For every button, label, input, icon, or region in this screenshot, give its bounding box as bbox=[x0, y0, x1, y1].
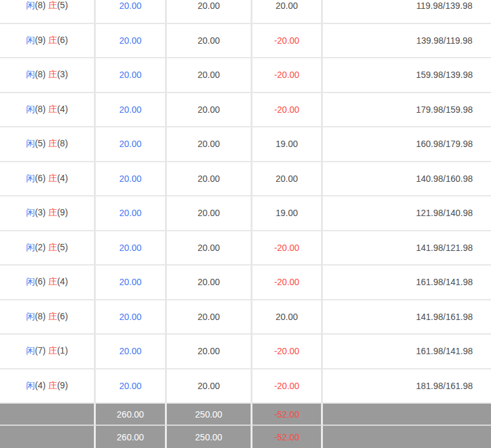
table-row: 闲(8) 庄(3) 20.00 20.00 -20.00 159.98/139.… bbox=[0, 58, 491, 93]
player-label: 闲 bbox=[26, 380, 35, 390]
cell-win-loss: -20.00 bbox=[252, 266, 323, 300]
bet-amount-link[interactable]: 20.00 bbox=[119, 174, 141, 184]
player-points: (8) bbox=[35, 69, 46, 79]
bet-amount-link[interactable]: 20.00 bbox=[119, 208, 141, 218]
cell-balance: 139.98/119.98 bbox=[323, 24, 491, 59]
table-row: 闲(8) 庄(6) 20.00 20.00 20.00 141.98/161.9… bbox=[0, 300, 491, 335]
bet-amount-link[interactable]: 20.00 bbox=[119, 70, 141, 80]
cell-balance: 179.98/159.98 bbox=[323, 93, 491, 128]
banker-points: (6) bbox=[57, 35, 68, 45]
banker-points: (3) bbox=[57, 69, 68, 79]
player-label: 闲 bbox=[26, 138, 35, 148]
total-row: 260.00 250.00 -52.00 bbox=[0, 404, 491, 426]
cell-valid-amount: 20.00 bbox=[167, 24, 252, 59]
cell-game-result: 闲(5) 庄(8) bbox=[0, 127, 96, 162]
player-label: 闲 bbox=[26, 345, 35, 355]
cell-balance: 159.98/139.98 bbox=[323, 58, 491, 93]
cell-win-loss: -20.00 bbox=[252, 369, 323, 404]
cell-balance: 161.98/141.98 bbox=[323, 335, 491, 369]
cell-win-loss: 19.00 bbox=[252, 196, 323, 231]
banker-points: (6) bbox=[57, 311, 68, 321]
cell-win-loss: 19.00 bbox=[252, 127, 323, 162]
cell-win-loss: -20.00 bbox=[252, 58, 323, 93]
total-cell-bet: 260.00 bbox=[96, 426, 167, 448]
cell-game-result: 闲(8) 庄(6) bbox=[0, 300, 96, 335]
banker-label: 庄 bbox=[48, 138, 57, 148]
player-label: 闲 bbox=[26, 276, 35, 286]
cell-valid-amount: 20.00 bbox=[167, 300, 252, 335]
cell-valid-amount: 20.00 bbox=[167, 93, 252, 128]
cell-win-loss: -20.00 bbox=[252, 231, 323, 266]
total-row: 260.00 250.00 -52.00 bbox=[0, 426, 491, 448]
banker-label: 庄 bbox=[48, 35, 57, 45]
player-points: (8) bbox=[35, 104, 46, 114]
cell-bet-amount: 20.00 bbox=[96, 266, 167, 300]
cell-win-loss: -20.00 bbox=[252, 335, 323, 369]
banker-label: 庄 bbox=[48, 380, 57, 390]
player-label: 闲 bbox=[26, 242, 35, 252]
cell-bet-amount: 20.00 bbox=[96, 369, 167, 404]
cell-balance: 141.98/121.98 bbox=[323, 231, 491, 266]
banker-label: 庄 bbox=[48, 173, 57, 183]
cell-valid-amount: 20.00 bbox=[167, 127, 252, 162]
table-row: 闲(3) 庄(9) 20.00 20.00 19.00 121.98/140.9… bbox=[0, 196, 491, 231]
table-row: 闲(8) 庄(5) 20.00 20.00 20.00 119.98/139.9… bbox=[0, 0, 491, 24]
cell-balance: 140.98/160.98 bbox=[323, 162, 491, 197]
table-row: 闲(9) 庄(6) 20.00 20.00 -20.00 139.98/119.… bbox=[0, 24, 491, 59]
cell-valid-amount: 20.00 bbox=[167, 266, 252, 300]
bet-amount-link[interactable]: 20.00 bbox=[119, 1, 141, 11]
cell-bet-amount: 20.00 bbox=[96, 24, 167, 59]
banker-label: 庄 bbox=[48, 311, 57, 321]
cell-bet-amount: 20.00 bbox=[96, 196, 167, 231]
player-label: 闲 bbox=[26, 0, 35, 10]
total-cell-win-loss: -52.00 bbox=[252, 426, 323, 448]
cell-game-result: 闲(8) 庄(4) bbox=[0, 93, 96, 128]
banker-points: (4) bbox=[57, 276, 68, 286]
bet-amount-link[interactable]: 20.00 bbox=[119, 381, 141, 391]
cell-valid-amount: 20.00 bbox=[167, 335, 252, 369]
bet-amount-link[interactable]: 20.00 bbox=[119, 277, 141, 287]
banker-points: (4) bbox=[57, 104, 68, 114]
player-label: 闲 bbox=[26, 69, 35, 79]
cell-game-result: 闲(8) 庄(3) bbox=[0, 58, 96, 93]
player-label: 闲 bbox=[26, 173, 35, 183]
bet-amount-link[interactable]: 20.00 bbox=[119, 139, 141, 149]
table-row: 闲(2) 庄(5) 20.00 20.00 -20.00 141.98/121.… bbox=[0, 231, 491, 266]
cell-bet-amount: 20.00 bbox=[96, 58, 167, 93]
bet-amount-link[interactable]: 20.00 bbox=[119, 346, 141, 356]
bet-amount-link[interactable]: 20.00 bbox=[119, 312, 141, 322]
banker-label: 庄 bbox=[48, 0, 57, 10]
total-cell-empty bbox=[0, 426, 96, 448]
cell-bet-amount: 20.00 bbox=[96, 231, 167, 266]
cell-bet-amount: 20.00 bbox=[96, 162, 167, 197]
bet-amount-link[interactable]: 20.00 bbox=[119, 105, 141, 115]
cell-valid-amount: 20.00 bbox=[167, 58, 252, 93]
total-cell-win-loss: -52.00 bbox=[252, 404, 323, 426]
player-points: (6) bbox=[35, 173, 46, 183]
cell-game-result: 闲(7) 庄(1) bbox=[0, 335, 96, 369]
cell-balance: 160.98/179.98 bbox=[323, 127, 491, 162]
cell-valid-amount: 20.00 bbox=[167, 196, 252, 231]
player-label: 闲 bbox=[26, 104, 35, 114]
cell-game-result: 闲(3) 庄(9) bbox=[0, 196, 96, 231]
table-row: 闲(6) 庄(4) 20.00 20.00 -20.00 161.98/141.… bbox=[0, 266, 491, 300]
player-points: (6) bbox=[35, 276, 46, 286]
total-cell-valid: 250.00 bbox=[167, 404, 252, 426]
player-points: (5) bbox=[35, 138, 46, 148]
banker-points: (1) bbox=[57, 345, 68, 355]
cell-bet-amount: 20.00 bbox=[96, 127, 167, 162]
cell-valid-amount: 20.00 bbox=[167, 231, 252, 266]
banker-label: 庄 bbox=[48, 207, 57, 217]
cell-bet-amount: 20.00 bbox=[96, 300, 167, 335]
cell-game-result: 闲(9) 庄(6) bbox=[0, 24, 96, 59]
cell-game-result: 闲(8) 庄(5) bbox=[0, 0, 96, 24]
banker-points: (8) bbox=[57, 138, 68, 148]
bet-rows-body: 闲(8) 庄(5) 20.00 20.00 20.00 119.98/139.9… bbox=[0, 0, 491, 404]
bet-amount-link[interactable]: 20.00 bbox=[119, 243, 141, 253]
cell-balance: 119.98/139.98 bbox=[323, 0, 491, 24]
table-row: 闲(6) 庄(4) 20.00 20.00 20.00 140.98/160.9… bbox=[0, 162, 491, 197]
cell-balance: 121.98/140.98 bbox=[323, 196, 491, 231]
bet-amount-link[interactable]: 20.00 bbox=[119, 35, 141, 46]
player-points: (3) bbox=[35, 207, 46, 217]
totals-body: 260.00 250.00 -52.00 260.00 250.00 -52.0… bbox=[0, 404, 491, 448]
